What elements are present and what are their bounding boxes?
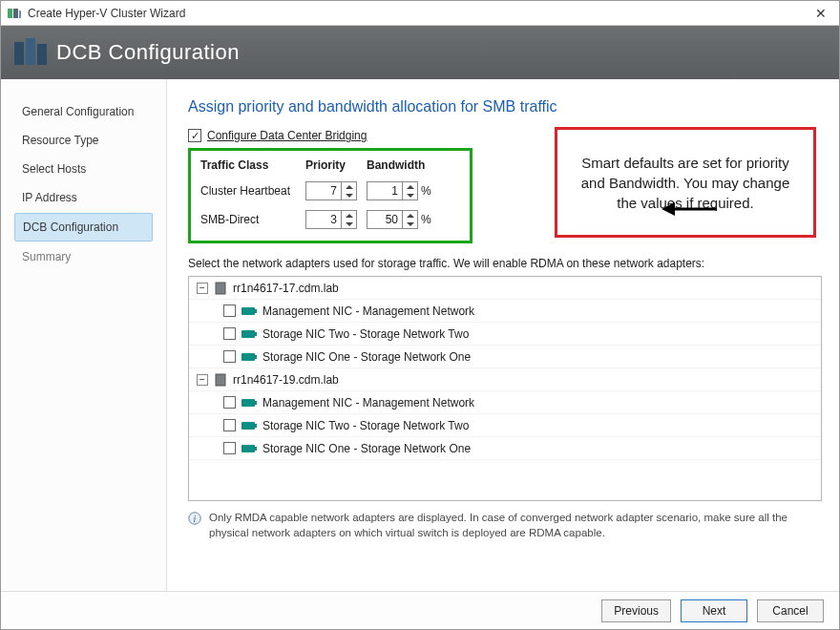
col-traffic-class: Traffic Class (200, 158, 305, 172)
tree-nic-label: Storage NIC Two - Storage Network Two (262, 327, 469, 341)
col-priority: Priority (305, 158, 367, 172)
svg-rect-23 (216, 374, 225, 386)
svg-rect-28 (242, 445, 255, 452)
next-button[interactable]: Next (681, 599, 747, 622)
collapse-icon[interactable]: − (197, 374, 208, 386)
step-general-configuration[interactable]: General Configuration (14, 98, 153, 125)
traffic-class-box: Traffic Class Priority Bandwidth Cluster… (188, 148, 472, 243)
svg-rect-21 (242, 353, 255, 361)
tree-host-label: rr1n4617-17.cdm.lab (233, 282, 339, 295)
tree-nic-label: Management NIC - Management Network (262, 396, 474, 410)
svg-rect-22 (255, 355, 257, 359)
svg-marker-6 (346, 185, 353, 189)
tree-host[interactable]: − rr1n4617-17.cdm.lab (189, 277, 821, 300)
svg-marker-8 (407, 185, 414, 189)
nic-icon (242, 397, 257, 409)
svg-rect-5 (37, 44, 47, 65)
svg-rect-1 (13, 9, 18, 18)
nic-icon (242, 328, 257, 340)
step-ip-address[interactable]: IP Address (14, 184, 153, 211)
nic-icon (242, 420, 257, 431)
configure-dcb-label: Configure Data Center Bridging (207, 129, 367, 142)
svg-marker-9 (407, 194, 414, 198)
server-icon (214, 282, 227, 295)
svg-rect-29 (255, 447, 257, 451)
tree-nic[interactable]: Storage NIC One - Storage Network One (189, 437, 821, 460)
step-dcb-configuration[interactable]: DCB Configuration (14, 213, 153, 242)
cluster-icon (14, 36, 47, 69)
nic-checkbox[interactable] (223, 419, 236, 431)
spinner-arrows-icon[interactable] (341, 211, 356, 228)
tree-nic[interactable]: Storage NIC One - Storage Network One (189, 346, 821, 368)
page-header: DCB Configuration (56, 40, 240, 65)
nic-checkbox[interactable] (223, 396, 236, 409)
svg-rect-18 (255, 309, 257, 313)
smb-direct-bandwidth-spinner[interactable]: 50 (367, 210, 418, 229)
checkmark-icon: ✓ (188, 129, 201, 142)
svg-rect-26 (242, 422, 255, 430)
cluster-heartbeat-priority-spinner[interactable]: 7 (305, 181, 357, 200)
footnote-text: Only RMDA capable network adapters are d… (209, 511, 822, 540)
row-smb-direct-label: SMB-Direct (200, 213, 305, 226)
svg-rect-0 (8, 9, 12, 18)
svg-marker-11 (346, 222, 353, 226)
nic-checkbox[interactable] (223, 350, 236, 363)
server-icon (214, 373, 227, 387)
nic-icon (242, 305, 257, 317)
cancel-button[interactable]: Cancel (757, 599, 824, 622)
svg-text:i: i (194, 514, 197, 524)
smb-direct-priority-spinner[interactable]: 3 (305, 210, 357, 229)
svg-rect-17 (242, 307, 255, 315)
nic-icon (242, 443, 257, 454)
tree-nic[interactable]: Storage NIC Two - Storage Network Two (189, 323, 821, 346)
svg-rect-20 (255, 332, 257, 336)
tree-nic-label: Storage NIC One - Storage Network One (262, 350, 471, 364)
svg-rect-27 (255, 424, 257, 428)
svg-rect-2 (19, 10, 21, 18)
nic-checkbox[interactable] (223, 442, 236, 454)
main-panel: Assign priority and bandwidth allocation… (167, 79, 839, 591)
footnote: i Only RMDA capable network adapters are… (188, 511, 822, 540)
step-summary[interactable]: Summary (14, 243, 153, 270)
close-icon[interactable]: ✕ (808, 6, 833, 21)
nic-checkbox[interactable] (223, 304, 236, 317)
spinner-arrows-icon[interactable] (402, 211, 417, 228)
spinner-arrows-icon[interactable] (402, 182, 417, 200)
adapters-description: Select the network adapters used for sto… (188, 257, 822, 270)
col-bandwidth: Bandwidth (367, 158, 462, 172)
tree-nic-label: Management NIC - Management Network (262, 304, 474, 318)
row-cluster-heartbeat-label: Cluster Heartbeat (200, 184, 305, 198)
step-select-hosts[interactable]: Select Hosts (14, 156, 153, 182)
adapter-tree[interactable]: − rr1n4617-17.cdm.lab Management NIC - M… (188, 276, 822, 501)
nic-icon (242, 351, 257, 363)
tree-nic[interactable]: Management NIC - Management Network (189, 391, 821, 414)
svg-marker-10 (346, 214, 353, 218)
page-title: Assign priority and bandwidth allocation… (188, 98, 822, 116)
wizard-footer: Previous Next Cancel (1, 591, 839, 629)
tree-nic[interactable]: Management NIC - Management Network (189, 300, 821, 323)
previous-button[interactable]: Previous (601, 599, 671, 622)
svg-marker-12 (407, 214, 414, 218)
tree-nic-label: Storage NIC One - Storage Network One (262, 442, 471, 455)
arrow-icon (662, 200, 719, 221)
tree-nic-label: Storage NIC Two - Storage Network Two (262, 419, 469, 432)
svg-rect-3 (14, 42, 24, 65)
app-icon (7, 6, 22, 21)
svg-rect-4 (26, 38, 35, 65)
spinner-arrows-icon[interactable] (341, 182, 356, 200)
titlebar: Create Hyper-V Cluster Wizard ✕ (1, 1, 839, 26)
window-title: Create Hyper-V Cluster Wizard (28, 7, 803, 20)
svg-marker-15 (662, 202, 675, 216)
tree-host[interactable]: − rr1n4617-19.cdm.lab (189, 368, 821, 391)
svg-marker-7 (346, 194, 353, 198)
wizard-header: DCB Configuration (1, 26, 839, 79)
collapse-icon[interactable]: − (197, 283, 208, 294)
nic-checkbox[interactable] (223, 327, 236, 340)
step-resource-type[interactable]: Resource Type (14, 127, 153, 154)
svg-marker-13 (407, 222, 414, 226)
cluster-heartbeat-bandwidth-spinner[interactable]: 1 (367, 181, 418, 200)
info-icon: i (188, 512, 201, 530)
svg-rect-24 (242, 399, 255, 407)
wizard-steps: General Configuration Resource Type Sele… (1, 79, 167, 591)
tree-nic[interactable]: Storage NIC Two - Storage Network Two (189, 414, 821, 437)
